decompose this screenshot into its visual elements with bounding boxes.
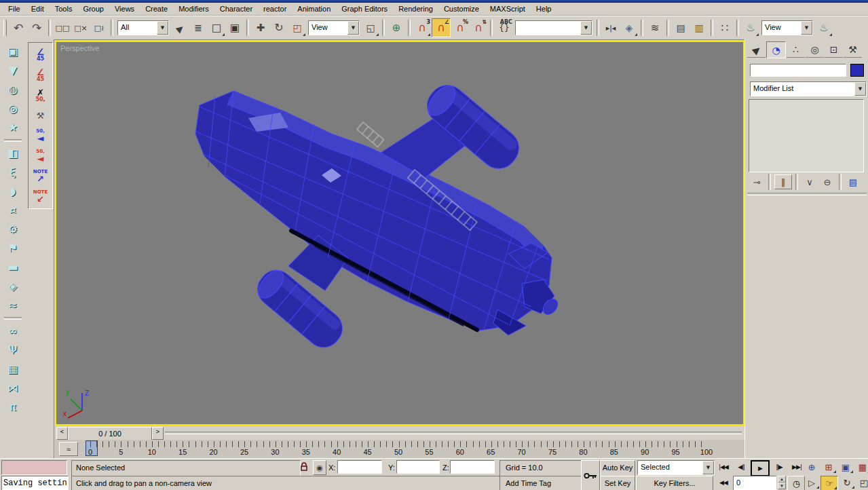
track-bar[interactable]: ≈ 05101520253035404550556065707580859095…: [55, 440, 744, 459]
menu-character[interactable]: Character: [214, 3, 258, 14]
render-type-dropdown[interactable]: View▼: [761, 20, 813, 35]
material-editor-button[interactable]: ∷: [716, 19, 734, 37]
display-tab[interactable]: ⊡: [825, 41, 843, 58]
viewport-label[interactable]: Perspective: [60, 44, 99, 52]
trackbar-ruler[interactable]: [90, 441, 707, 447]
time-slider-track[interactable]: [165, 432, 742, 434]
menu-customize[interactable]: Customize: [438, 3, 485, 14]
motion-tab[interactable]: ◎: [806, 41, 824, 58]
select-object-button[interactable]: ▶: [171, 19, 189, 37]
create-rigid-body-collection-button[interactable]: ▣: [3, 42, 22, 61]
selection-filter-dropdown[interactable]: All▼: [117, 20, 169, 35]
create-soft-body-collection-button[interactable]: ◍: [3, 80, 22, 99]
menu-file[interactable]: File: [3, 3, 26, 14]
reference-coordinate-dropdown-arrow[interactable]: ▼: [347, 21, 359, 35]
menu-group[interactable]: Group: [77, 3, 109, 14]
modifier-stack-list[interactable]: [749, 99, 864, 172]
modify-tab[interactable]: ◔: [766, 41, 786, 58]
spinner-snap-toggle-button[interactable]: ∩⇅: [470, 19, 487, 37]
hierarchy-tab[interactable]: ∴: [787, 41, 805, 58]
key-50-red-button[interactable]: 50,◄: [31, 146, 51, 166]
unlink-selection-button[interactable]: □×: [72, 19, 90, 37]
remove-modifier-button[interactable]: ⊖: [819, 175, 835, 189]
zoom-all-button[interactable]: ⊞: [820, 460, 837, 474]
previous-frame-arrow[interactable]: <: [56, 427, 68, 440]
select-and-manipulate-button[interactable]: ⊕: [388, 19, 405, 37]
next-frame-arrow[interactable]: >: [152, 427, 164, 440]
hammer-note-button[interactable]: ⚒: [31, 105, 51, 126]
y-coordinate-field[interactable]: [396, 460, 440, 474]
named-selection-sets-button[interactable]: {}ABC: [495, 19, 513, 37]
menu-rendering[interactable]: Rendering: [393, 3, 438, 14]
named-selection-dropdown[interactable]: ▼: [515, 20, 592, 35]
zoom-extents-all-button[interactable]: ▦: [854, 460, 868, 474]
key-50-blue-button[interactable]: 50,◄: [31, 126, 51, 146]
select-and-link-button[interactable]: □□: [54, 19, 71, 37]
mirror-button[interactable]: ▸|◂: [602, 19, 620, 37]
render-setup-button[interactable]: ♨: [742, 19, 759, 37]
soft-45-blue-button[interactable]: ∠45: [31, 44, 51, 64]
create-spring-button[interactable]: ξ: [3, 163, 22, 182]
configure-modifier-sets-button[interactable]: ▤: [845, 175, 861, 189]
open-mini-curve-editor-button[interactable]: ≈: [59, 442, 78, 456]
open-property-editor-button[interactable]: ▦: [3, 360, 22, 379]
analyze-world-button[interactable]: π: [3, 398, 22, 417]
window-crossing-toggle[interactable]: ▣: [226, 19, 244, 37]
absolute-offset-mode-toggle[interactable]: ◉: [313, 460, 326, 475]
zoom-region-button[interactable]: ▷: [804, 476, 820, 489]
add-time-tag-field[interactable]: Add Time Tag: [499, 476, 585, 490]
show-end-result-button[interactable]: ‖: [774, 174, 792, 189]
rect-selection-region-button[interactable]: □: [208, 19, 225, 37]
go-to-end-button[interactable]: ▶▶|: [789, 460, 805, 474]
frame-spinner[interactable]: ▲ ▼: [778, 476, 786, 489]
create-wind-button[interactable]: ⚑: [3, 239, 22, 258]
x-coordinate-field[interactable]: [337, 460, 382, 474]
create-damper-button[interactable]: ◗: [3, 182, 22, 201]
named-selection-dropdown-arrow[interactable]: ▼: [580, 21, 592, 35]
select-and-rotate-button[interactable]: ↻: [270, 19, 288, 37]
layer-manager-button[interactable]: ≋: [646, 19, 664, 37]
use-pivot-center-button[interactable]: ◱: [362, 19, 379, 37]
utilities-tab[interactable]: ⚒: [844, 41, 862, 58]
key-filters-button[interactable]: Key Filters...: [636, 476, 713, 490]
time-slider-handle[interactable]: 0 / 100: [68, 427, 152, 441]
object-color-swatch[interactable]: [850, 64, 864, 77]
spinner-down-icon[interactable]: ▼: [778, 483, 786, 489]
next-frame-button[interactable]: ‖▶: [771, 460, 787, 474]
key-mode-toggle-button[interactable]: ◀◀: [715, 476, 732, 489]
menu-graph-editors[interactable]: Graph Editors: [336, 3, 393, 14]
preview-animation-button[interactable]: ∞: [3, 322, 22, 341]
create-cloth-collection-button[interactable]: ▼: [3, 61, 22, 80]
modifier-list-dropdown[interactable]: Modifier List ▼: [750, 81, 867, 96]
arc-rotate-button[interactable]: ↻: [839, 476, 855, 489]
create-constraint-solver-button[interactable]: ⋈: [3, 379, 22, 398]
maximize-viewport-toggle[interactable]: ◰: [856, 476, 868, 489]
menu-edit[interactable]: Edit: [26, 3, 50, 14]
object-name-field[interactable]: [750, 64, 846, 77]
maxscript-listener-input[interactable]: [1, 460, 67, 475]
note-blue-button[interactable]: NOTE↗: [31, 166, 51, 187]
key-selection-dropdown[interactable]: Selected ▼: [637, 460, 715, 475]
set-key-button[interactable]: Set Key: [600, 476, 635, 490]
create-plane-button[interactable]: ⚙: [3, 220, 22, 239]
set-keys-button[interactable]: [581, 460, 600, 490]
toolbar-handle[interactable]: [3, 20, 7, 36]
curve-editor-button[interactable]: ▤: [672, 19, 690, 37]
create-water-button[interactable]: ≈: [3, 296, 22, 315]
menu-modifiers[interactable]: Modifiers: [173, 3, 214, 14]
menu-maxscript[interactable]: MAXScript: [485, 3, 531, 14]
go-to-start-button[interactable]: |◀◀: [715, 460, 732, 474]
modifier-list-arrow[interactable]: ▼: [854, 82, 866, 96]
create-deforming-mesh-collection-button[interactable]: ★: [3, 118, 22, 137]
key-selection-arrow[interactable]: ▼: [702, 461, 714, 474]
create-tab[interactable]: ▶: [747, 41, 766, 58]
current-frame-field[interactable]: 0: [733, 476, 776, 490]
snaps-toggle-button[interactable]: ∩3: [413, 19, 431, 37]
bind-to-space-warp-button[interactable]: □≀: [90, 19, 108, 37]
menu-views[interactable]: Views: [109, 3, 140, 14]
menu-help[interactable]: Help: [531, 3, 557, 14]
create-rigid-body-button[interactable]: ◧: [3, 144, 22, 163]
redo-button[interactable]: ↷: [28, 19, 45, 37]
schematic-view-button[interactable]: ▥: [690, 19, 708, 37]
menu-animation[interactable]: Animation: [292, 3, 336, 14]
